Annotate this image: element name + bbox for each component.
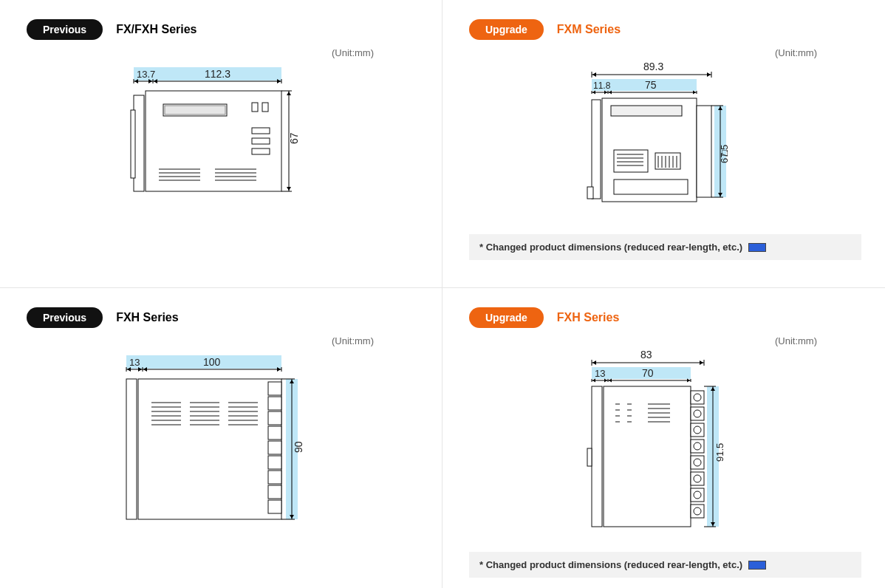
svg-rect-94 [691, 423, 704, 437]
panel-prev-fx-fxh: Previous FX/FXH Series (Unit:mm) 13.7 11… [0, 0, 442, 288]
svg-rect-67 [268, 426, 281, 440]
dim-height: 67 [288, 132, 300, 144]
highlight-swatch-icon [748, 243, 766, 252]
svg-rect-44 [126, 379, 137, 519]
series-title: FXM Series [557, 23, 621, 36]
unit-label: (Unit:mm) [469, 47, 861, 58]
svg-rect-3 [131, 110, 135, 178]
dim-total: 89.3 [643, 61, 663, 72]
dim-front: 13 [595, 368, 605, 379]
svg-rect-98 [691, 488, 704, 502]
dim-depth: 100 [203, 356, 221, 368]
svg-rect-95 [691, 440, 704, 453]
highlight-swatch-icon [748, 561, 766, 570]
unit-label: (Unit:mm) [27, 335, 418, 346]
drawing-fxh-up: 83 13 70 [469, 349, 861, 541]
svg-rect-77 [587, 448, 592, 466]
svg-rect-78 [604, 386, 691, 527]
drawing-fx-fxh: 13.7 112.3 67 [27, 61, 418, 224]
dim-depth: 112.3 [205, 68, 230, 80]
svg-rect-92 [691, 391, 704, 404]
badge-upgrade: Upgrade [469, 19, 544, 40]
svg-rect-69 [268, 456, 281, 469]
drawing-fxh-prev: 13 100 90 [27, 349, 418, 541]
svg-rect-68 [268, 441, 281, 454]
svg-rect-23 [587, 187, 593, 199]
change-note: * Changed product dimensions (reduced re… [469, 234, 861, 260]
badge-upgrade: Upgrade [469, 307, 544, 328]
series-title: FX/FXH Series [116, 23, 197, 36]
change-note: * Changed product dimensions (reduced re… [469, 552, 861, 578]
dim-height: 91.5 [714, 443, 725, 462]
svg-rect-22 [592, 100, 601, 199]
dim-front: 11.8 [593, 81, 611, 91]
dim-front: 13 [129, 357, 140, 368]
svg-rect-96 [691, 456, 704, 469]
dim-depth: 70 [642, 367, 654, 379]
panel-up-fxm: Upgrade FXM Series (Unit:mm) 89.3 11.8 7… [442, 0, 885, 288]
svg-rect-66 [268, 411, 281, 425]
svg-rect-25 [697, 106, 711, 197]
badge-previous: Previous [27, 19, 103, 40]
svg-rect-65 [268, 397, 281, 410]
series-title: FXH Series [557, 311, 619, 324]
dim-height: 67.5 [719, 145, 730, 163]
svg-rect-45 [138, 379, 281, 519]
dim-depth: 75 [645, 79, 657, 91]
svg-rect-93 [691, 407, 704, 420]
svg-rect-99 [691, 505, 704, 518]
dim-height: 90 [293, 441, 304, 453]
svg-rect-26 [611, 106, 682, 116]
dim-total: 83 [640, 349, 652, 360]
comparison-grid: Previous FX/FXH Series (Unit:mm) 13.7 11… [0, 0, 885, 588]
svg-rect-64 [268, 382, 281, 395]
series-title: FXH Series [116, 311, 178, 324]
unit-label: (Unit:mm) [27, 47, 418, 58]
svg-rect-76 [592, 386, 602, 527]
unit-label: (Unit:mm) [469, 335, 861, 346]
badge-previous: Previous [27, 307, 103, 328]
svg-rect-72 [268, 500, 281, 513]
svg-rect-71 [268, 485, 281, 499]
svg-rect-6 [165, 106, 225, 114]
panel-prev-fxh: Previous FXH Series (Unit:mm) 13 100 [0, 288, 442, 588]
dim-front: 13.7 [137, 69, 155, 80]
svg-rect-97 [691, 472, 704, 485]
note-text: * Changed product dimensions (reduced re… [479, 559, 742, 570]
drawing-fxm: 89.3 11.8 75 [469, 61, 861, 224]
note-text: * Changed product dimensions (reduced re… [479, 242, 742, 253]
panel-up-fxh: Upgrade FXH Series (Unit:mm) 83 13 70 [442, 288, 885, 588]
svg-rect-70 [268, 471, 281, 484]
